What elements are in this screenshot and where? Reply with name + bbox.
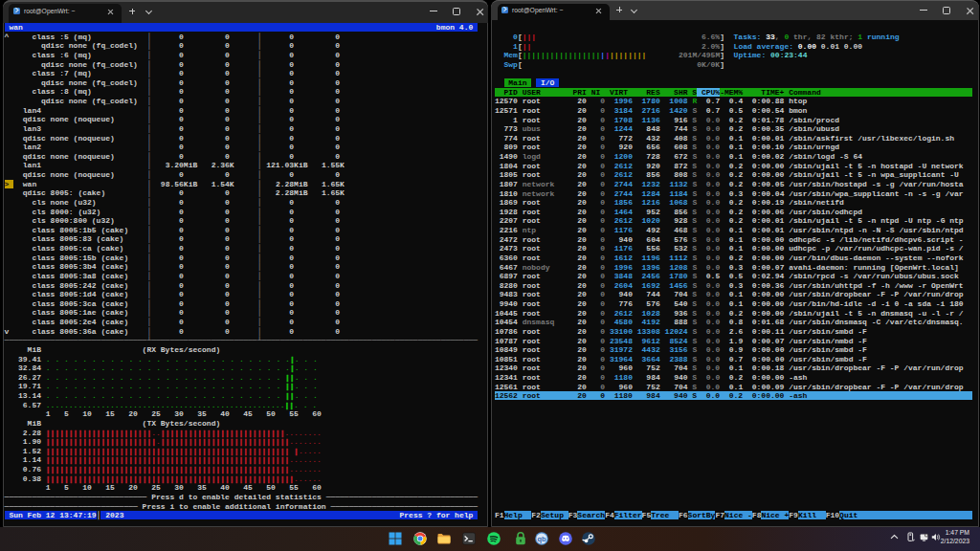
svg-text:qb: qb [537, 535, 546, 543]
